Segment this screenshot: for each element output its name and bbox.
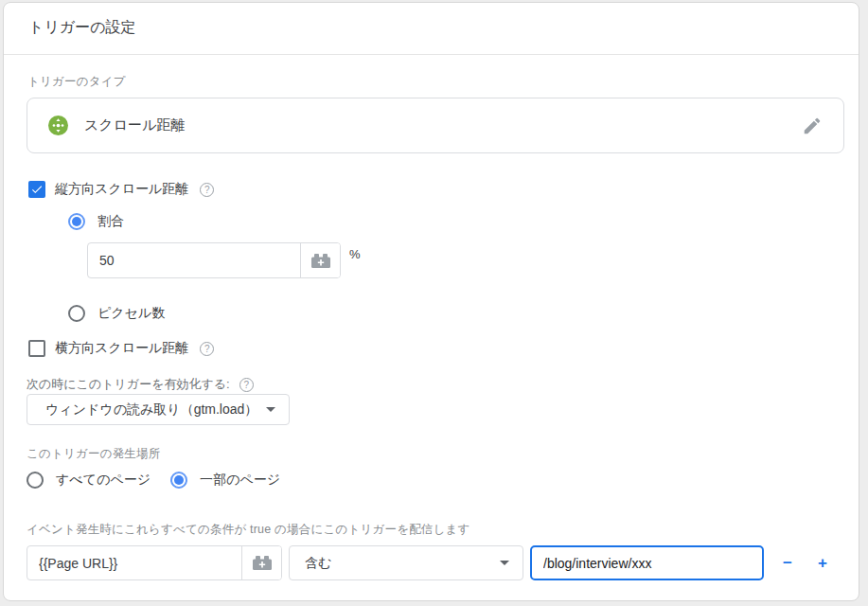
variable-picker-icon[interactable] <box>242 546 281 579</box>
vertical-scroll-label: 縦方向スクロール距離 <box>55 181 188 198</box>
enable-when-selected-value: ウィンドウの読み取り（gtm.load） <box>45 401 258 419</box>
percent-radio[interactable] <box>68 213 85 230</box>
pixel-radio-label: ピクセル数 <box>97 305 165 322</box>
variable-picker-icon[interactable] <box>301 243 340 277</box>
percent-unit-label: % <box>349 247 361 261</box>
horizontal-scroll-label: 横方向スクロール距離 <box>55 340 188 357</box>
trigger-type-name: スクロール距離 <box>84 116 185 134</box>
condition-value-input[interactable] <box>532 556 762 571</box>
vertical-scroll-checkbox[interactable] <box>28 181 45 198</box>
some-pages-option: 一部のページ <box>170 471 280 490</box>
trigger-config-panel <box>3 2 859 601</box>
add-condition-button[interactable]: + <box>809 545 836 580</box>
all-pages-option: すべてのページ <box>27 471 151 490</box>
pixel-radio[interactable] <box>68 305 85 322</box>
page-title: トリガーの設定 <box>28 18 136 38</box>
percent-option-row: 割合 <box>68 212 124 231</box>
horizontal-scroll-row: 横方向スクロール距離 ? <box>28 339 214 358</box>
vertical-scroll-row: 縦方向スクロール距離 ? <box>28 180 214 199</box>
fire-on-label: このトリガーの発生場所 <box>27 446 160 462</box>
caret-down-icon <box>500 561 509 565</box>
percent-value-input[interactable] <box>88 243 300 277</box>
condition-value-field <box>530 545 764 580</box>
condition-variable-field <box>27 545 282 580</box>
some-pages-radio[interactable] <box>170 472 187 489</box>
enable-when-label: 次の時にこのトリガーを有効化する: <box>27 376 230 393</box>
condition-operator-select[interactable]: 含む <box>289 545 523 580</box>
enable-when-select[interactable]: ウィンドウの読み取り（gtm.load） <box>27 394 290 425</box>
all-pages-label: すべてのページ <box>56 472 151 489</box>
pencil-icon[interactable] <box>802 116 823 136</box>
percent-value-field <box>87 242 341 278</box>
scroll-distance-icon <box>48 116 68 135</box>
some-pages-label: 一部のページ <box>200 472 280 489</box>
percent-radio-label: 割合 <box>97 213 124 230</box>
title-divider <box>4 54 859 55</box>
help-icon[interactable]: ? <box>200 342 214 356</box>
trigger-type-card[interactable]: スクロール距離 <box>27 98 844 153</box>
conditions-label: イベント発生時にこれらすべての条件が true の場合にこのトリガーを配信します <box>27 522 470 538</box>
all-pages-radio[interactable] <box>27 472 44 489</box>
trigger-type-label: トリガーのタイプ <box>27 74 126 90</box>
caret-down-icon <box>266 407 275 412</box>
remove-condition-button[interactable]: − <box>774 545 801 580</box>
help-icon[interactable]: ? <box>239 378 254 392</box>
pixel-option-row: ピクセル数 <box>68 304 165 323</box>
horizontal-scroll-checkbox[interactable] <box>28 340 45 357</box>
enable-when-label-row: 次の時にこのトリガーを有効化する: ? <box>27 376 254 393</box>
condition-operator-value: 含む <box>305 555 492 572</box>
help-icon[interactable]: ? <box>200 183 214 197</box>
condition-variable-input[interactable] <box>27 546 241 579</box>
